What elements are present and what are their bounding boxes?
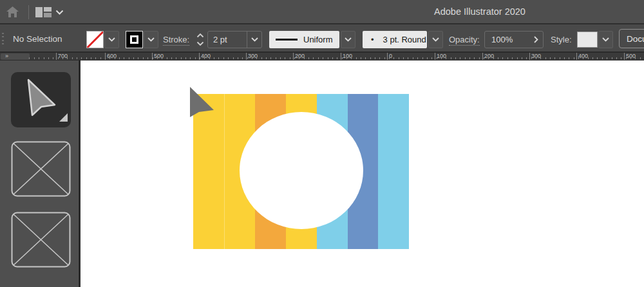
ruler-tick xyxy=(624,53,625,60)
ruler-tick xyxy=(285,57,285,59)
stroke-weight-dropdown[interactable] xyxy=(247,32,261,48)
fill-color-swatch[interactable] xyxy=(86,31,104,48)
ruler-overflow-button[interactable]: » xyxy=(1,53,30,60)
stroke-weight-stepper[interactable] xyxy=(195,31,205,48)
ruler-tick xyxy=(393,57,394,59)
horizontal-ruler[interactable]: » 7006005004003002001000100200300400500 xyxy=(0,53,644,60)
style-label: Style: xyxy=(551,35,572,44)
ruler-tick xyxy=(446,57,446,59)
stroke-label[interactable]: Stroke: xyxy=(163,35,189,46)
ruler-tick xyxy=(190,57,191,59)
fill-color-dropdown[interactable] xyxy=(104,31,119,48)
ruler-tick xyxy=(162,57,162,59)
ruler-tick xyxy=(361,57,361,59)
pointer-cursor xyxy=(189,86,216,119)
chevron-down-icon[interactable] xyxy=(55,10,64,15)
ruler-tick xyxy=(242,57,243,59)
ruler-tick xyxy=(569,57,569,59)
style-dropdown[interactable] xyxy=(598,31,613,48)
ruler-tick xyxy=(318,57,319,59)
ruler-tick xyxy=(276,57,276,59)
ruler-tick xyxy=(431,57,432,59)
ruler-tick xyxy=(635,57,636,59)
ruler-tick xyxy=(356,57,357,59)
ruler-tick xyxy=(342,57,343,59)
ruler-tick xyxy=(332,57,333,59)
artwork-circle[interactable] xyxy=(240,112,363,229)
chevron-down-icon xyxy=(602,37,609,42)
ruler-tick xyxy=(612,57,612,59)
stepper-up-icon[interactable] xyxy=(196,33,204,38)
stroke-weight-value[interactable]: 2 pt xyxy=(208,35,247,44)
ruler-tick xyxy=(507,57,508,59)
ruler-tick xyxy=(379,57,380,59)
empty-slot-icon xyxy=(11,212,71,268)
ruler-tick xyxy=(228,57,229,59)
ruler-tick xyxy=(218,57,219,59)
ruler-tick xyxy=(147,57,148,59)
brush-value: 3 pt. Round xyxy=(383,35,426,44)
empty-tool-slot[interactable] xyxy=(11,141,71,197)
ruler-tick xyxy=(181,57,182,59)
ruler-tick xyxy=(81,57,82,59)
titlebar-divider xyxy=(28,5,29,19)
ruler-tick xyxy=(351,57,352,59)
ruler-tick xyxy=(389,57,390,59)
ruler-tick xyxy=(346,57,347,59)
arrange-documents-icon[interactable] xyxy=(35,7,52,17)
ruler-tick xyxy=(578,57,579,59)
panel-grip-icon[interactable] xyxy=(2,33,5,44)
ruler-tick xyxy=(417,57,418,59)
ruler-tick xyxy=(133,57,134,59)
opacity-label[interactable]: Opacity: xyxy=(449,35,480,46)
ruler-tick xyxy=(469,57,470,59)
ruler-tick xyxy=(256,57,257,59)
stroke-color-dropdown[interactable] xyxy=(144,31,158,48)
ruler-tick xyxy=(576,53,577,60)
ruler-tick xyxy=(493,57,494,59)
style-swatch[interactable] xyxy=(577,32,598,48)
ruler-tick xyxy=(498,57,498,59)
ruler-tick xyxy=(630,57,631,59)
empty-tool-slot[interactable] xyxy=(11,212,71,268)
stepper-down-icon[interactable] xyxy=(196,41,204,46)
ruler-tick xyxy=(479,57,480,59)
control-bar: No Selection Stroke: 2 pt Uniform xyxy=(0,24,644,53)
ruler-tick xyxy=(621,57,621,59)
ruler-tick xyxy=(195,57,196,59)
ruler-tick xyxy=(238,57,238,59)
brush-definition-dropdown[interactable] xyxy=(428,31,443,48)
stroke-weight-field[interactable]: 2 pt xyxy=(207,31,262,48)
brush-definition-button[interactable]: • 3 pt. Round xyxy=(363,31,427,48)
ruler-tick xyxy=(413,57,413,59)
ruler-tick xyxy=(465,57,466,59)
ruler-tick xyxy=(588,57,589,59)
opacity-expand[interactable] xyxy=(529,36,543,43)
ruler-tick xyxy=(176,57,176,59)
ruler-tick xyxy=(531,57,532,59)
ruler-tick xyxy=(280,57,281,59)
opacity-field[interactable]: 100% xyxy=(484,31,544,48)
ruler-tick xyxy=(214,57,214,59)
width-profile-button[interactable]: Uniform xyxy=(269,31,339,48)
selection-status: No Selection xyxy=(13,34,62,44)
ruler-tick xyxy=(427,57,428,59)
none-fill-icon xyxy=(86,31,104,48)
ruler-tick xyxy=(56,53,57,60)
selection-tool-button[interactable] xyxy=(11,72,71,127)
ruler-tick xyxy=(583,57,583,59)
ruler-tick xyxy=(294,57,295,59)
ruler-tick xyxy=(554,57,555,59)
stroke-color-swatch[interactable] xyxy=(126,31,143,48)
width-profile-dropdown[interactable] xyxy=(341,31,355,48)
home-icon[interactable] xyxy=(6,5,19,19)
artwork-stripe[interactable] xyxy=(378,94,409,249)
ruler-tick xyxy=(337,57,337,59)
ruler-tick xyxy=(95,57,96,59)
ruler-tick xyxy=(308,57,309,59)
opacity-value[interactable]: 100% xyxy=(485,35,529,44)
ruler-tick xyxy=(252,57,252,59)
document-setup-button[interactable]: Docu xyxy=(619,29,644,48)
stroke-ring-icon xyxy=(130,35,138,44)
ruler-tick xyxy=(437,57,437,59)
